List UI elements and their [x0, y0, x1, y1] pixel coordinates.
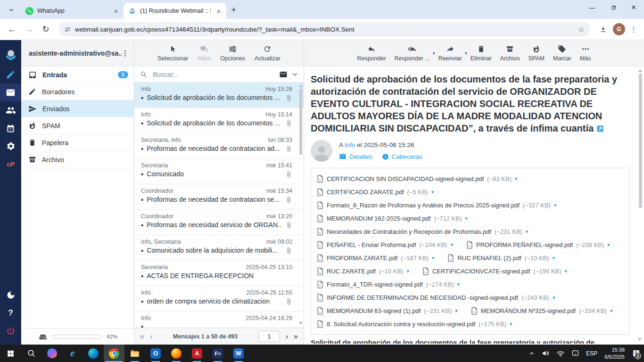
folder-spam[interactable]: SPAM [21, 117, 134, 134]
list-item[interactable]: Coordinador mié 15:34 • Proformas de nec… [134, 184, 304, 210]
new-tab-button[interactable]: + [231, 5, 236, 15]
firefox-icon[interactable] [166, 345, 187, 362]
attachment-item[interactable]: RUC ZARATE.pdf (~10 KB) ▾ [317, 264, 409, 278]
reload-button[interactable]: ↻ [39, 22, 53, 36]
attachment-menu-caret[interactable]: ▾ [431, 189, 434, 195]
attachment-menu-caret[interactable]: ▾ [406, 268, 409, 274]
attachment-menu-caret[interactable]: ▾ [554, 202, 557, 208]
details-link[interactable]: Detalles [339, 153, 372, 160]
calendar-nav-icon[interactable] [0, 119, 21, 137]
site-settings-icon[interactable] [64, 26, 71, 33]
options-button[interactable]: Opciones [220, 44, 245, 62]
forward-dropdown-caret[interactable]: ▾ [465, 51, 467, 56]
list-item[interactable]: Info 2025-04-24 16:29 • [134, 312, 304, 328]
last-page-button[interactable]: » [294, 333, 298, 340]
attachment-menu-caret[interactable]: ▾ [450, 242, 453, 248]
logout-power-icon[interactable] [0, 322, 21, 340]
headers-link[interactable]: Cabeceras [382, 153, 422, 160]
search-scope-mail-icon[interactable] [279, 70, 288, 79]
tab-search-button[interactable] [5, 3, 18, 16]
attachment-item[interactable]: INFORME DE DETERMINACION DE NECESIDAD -s… [317, 291, 555, 304]
tab-close-icon[interactable]: × [112, 7, 120, 16]
attachment-item[interactable]: 8. Solicitud Autorización contra y resol… [317, 317, 512, 330]
attachment-menu-caret[interactable]: ▾ [553, 295, 555, 301]
settings-gear-icon[interactable] [0, 137, 21, 155]
language-indicator[interactable]: ESP [583, 345, 601, 362]
list-item[interactable]: Secretaria mié 15:41 • Comunicado [134, 159, 304, 184]
attachment-menu-caret[interactable]: ▾ [526, 229, 528, 235]
list-item[interactable]: Info 2025-04-25 11:55 • orden de compra … [134, 286, 304, 312]
attachment-item[interactable]: CERTIFICACIONVCATE-signed.pdf (~190 KB) … [422, 264, 567, 278]
list-item[interactable]: Secretaria, Info lun 08:33 • Proformas d… [134, 133, 304, 159]
threads-button[interactable]: Hilos [198, 44, 211, 62]
taskbar-search-icon[interactable] [21, 345, 41, 362]
tab-roundcube[interactable]: (1) Roundcube Webmail :: Envia × [124, 3, 226, 19]
search-options-chevron-icon[interactable] [292, 71, 298, 77]
folder-enviados[interactable]: Enviados [21, 100, 134, 117]
attachment-item[interactable]: PROFORMA ZARATE.pdf (~187 KB) ▾ [317, 251, 434, 264]
external-link-icon[interactable] [596, 125, 604, 132]
window-minimize-button[interactable]: — [582, 0, 603, 15]
f-app-icon[interactable]: F≡ [207, 345, 228, 362]
view-scrollbar[interactable] [637, 68, 643, 343]
internet-explorer-icon[interactable]: e [62, 345, 83, 362]
view-scrollbar-thumb[interactable] [639, 74, 642, 208]
page-number-input[interactable] [258, 331, 280, 342]
cpanel-icon[interactable]: cP [0, 155, 21, 173]
bookmark-star-icon[interactable]: ☆ [578, 25, 585, 34]
spam-button[interactable]: SPAM [528, 44, 545, 62]
window-close-button[interactable]: × [623, 0, 644, 15]
account-menu-icon[interactable]: ⋮ [122, 49, 129, 58]
list-item[interactable]: Info, Secretaria mié 09:02 • Comunicado … [134, 235, 304, 261]
attachment-item[interactable]: Formato_8_Razón de Proformas y Análisis … [317, 198, 556, 212]
mail-nav-icon[interactable] [0, 83, 21, 101]
attachment-item[interactable]: Necesidades de Contratación y Recepción … [317, 225, 528, 238]
attachment-menu-caret[interactable]: ▾ [607, 242, 610, 248]
forward-button[interactable]: Reenviar ▾ [438, 44, 462, 62]
attachment-item[interactable]: MEMORANDUM 63-signed (1).pdf (~231 KB) ▾ [317, 304, 458, 317]
help-icon[interactable]: ? [0, 304, 21, 322]
wifi-icon[interactable] [553, 345, 568, 362]
attachment-menu-caret[interactable]: ▾ [455, 308, 458, 314]
outlook-icon[interactable]: O [145, 345, 166, 362]
attachment-item[interactable]: CERTIFICADO ZARATE.pdf (~5 KB) ▾ [317, 185, 434, 198]
word-icon[interactable]: W [228, 345, 249, 362]
browser-menu-icon[interactable]: ⋮ [628, 25, 639, 34]
taskbar-clock[interactable]: 15:38 6/5/2025 [601, 346, 628, 361]
attachment-menu-caret[interactable]: ▾ [465, 215, 468, 222]
next-page-button[interactable]: › [286, 333, 288, 340]
reply-button[interactable]: Responder [357, 44, 386, 62]
delete-button[interactable]: Eliminar [471, 44, 492, 62]
downloads-icon[interactable] [596, 22, 610, 36]
prev-page-button[interactable]: ‹ [150, 333, 152, 340]
tray-chevron-up-icon[interactable] [525, 345, 538, 362]
contacts-nav-icon[interactable] [0, 101, 21, 119]
attachment-menu-caret[interactable]: ▾ [552, 255, 555, 261]
more-button[interactable]: Más [580, 44, 591, 62]
recipient-link[interactable]: Info [345, 141, 355, 148]
dark-mode-moon-icon[interactable] [0, 286, 21, 304]
tray-device-icon[interactable] [568, 345, 583, 362]
volume-icon[interactable] [538, 345, 553, 362]
select-button[interactable]: Seleccionar [157, 44, 188, 62]
first-page-button[interactable]: « [140, 333, 144, 340]
list-scrollbar[interactable] [298, 83, 303, 327]
folder-papelera[interactable]: Papelera [21, 134, 134, 151]
attachment-menu-caret[interactable]: ▾ [515, 176, 518, 182]
tab-close-icon[interactable]: × [215, 7, 223, 16]
copilot-icon[interactable] [41, 345, 62, 362]
attachment-menu-caret[interactable]: ▾ [510, 321, 512, 327]
chrome-icon[interactable] [104, 345, 124, 362]
list-item[interactable]: Info Hoy 15:26 • Solicitud de aprobación… [134, 82, 304, 108]
list-item[interactable]: Coordinador mié 13:20 • Proformas de nec… [134, 210, 304, 235]
attachment-item[interactable]: MEMORÁNDUM Nº325-signed.pdf (~334 KB) ▾ [471, 304, 613, 317]
attachment-item[interactable]: CERTIFICACION SIN DISCAPACIDAD-signed-si… [317, 172, 518, 185]
folder-borradores[interactable]: Borradores [21, 83, 134, 100]
forward-button[interactable]: → [22, 22, 36, 36]
start-button[interactable] [0, 345, 21, 362]
profile-avatar[interactable]: G [613, 23, 625, 35]
address-bar[interactable]: webmail.sanjuan.gob.ec/cpsess4713464511/… [58, 22, 590, 36]
tab-whatsapp[interactable]: WhatsApp × [21, 3, 124, 19]
file-explorer-icon[interactable] [124, 345, 145, 362]
window-restore-button[interactable] [603, 0, 623, 15]
